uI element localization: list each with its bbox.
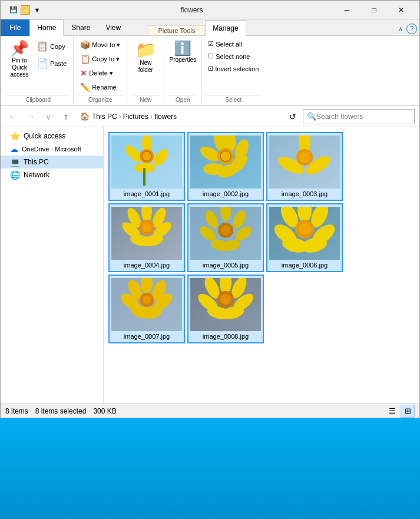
thumb-4 — [111, 207, 182, 260]
tab-share[interactable]: Share — [64, 19, 98, 36]
thumb-2 — [190, 135, 261, 189]
properties-label: Properties — [170, 57, 197, 63]
new-folder-icon: 📁 — [135, 40, 156, 59]
picture-tools-header: Picture Tools — [148, 25, 205, 35]
sidebar-label-quick-access: Quick access — [24, 132, 65, 140]
thumb-8 — [190, 278, 261, 331]
file-item-7[interactable]: image_0007.jpg — [108, 275, 185, 343]
rename-label: Rename — [92, 84, 117, 91]
select-group: ☑ Select all ☐ Select none ⊡ Invert sele… — [201, 37, 265, 104]
ribbon-collapse-btn[interactable]: ∧ — [396, 24, 405, 34]
invert-selection-button[interactable]: ⊡ Invert selection — [205, 63, 262, 74]
refresh-button[interactable]: ↺ — [285, 109, 300, 124]
address-bar[interactable]: 🏠 This PC › Pictures › flowers — [76, 109, 283, 124]
paste-label: Paste — [50, 60, 67, 67]
breadcrumb-sep-2: › — [150, 113, 153, 121]
file-name-5: image_0005.jpg — [203, 262, 249, 269]
select-all-button[interactable]: ☑ Select all — [205, 38, 245, 49]
tab-view[interactable]: View — [98, 19, 128, 36]
new-folder-button[interactable]: 📁 Newfolder — [131, 38, 160, 75]
sidebar-item-quick-access[interactable]: ⭐ Quick access — [1, 130, 103, 143]
file-item-6[interactable]: image_0006.jpg — [266, 203, 343, 272]
file-name-2: image_0002.jpg — [203, 190, 249, 197]
qat-dropdown[interactable]: ▼ — [31, 4, 43, 16]
this-pc-icon: 💻 — [10, 157, 20, 167]
move-to-button[interactable]: 📦 Move to ▾ — [77, 38, 123, 51]
file-name-6: image_0006.jpg — [282, 262, 328, 269]
selected-count: 8 items selected — [35, 407, 87, 415]
move-to-arrow: ▾ — [117, 41, 120, 49]
delete-label: Delete — [89, 70, 108, 77]
help-btn[interactable]: ? — [406, 24, 417, 34]
back-button[interactable]: ← — [5, 109, 21, 124]
select-all-label: Select all — [216, 41, 242, 48]
file-item-8[interactable]: image_0008.jpg — [187, 275, 264, 343]
select-group-label: Select — [205, 95, 262, 103]
delete-button[interactable]: ✕ Delete ▾ — [77, 67, 116, 80]
file-item-3[interactable]: image_0003.jpg — [266, 132, 343, 201]
properties-icon: ℹ️ — [174, 40, 191, 57]
pin-label: Pin to Quick access — [9, 57, 29, 78]
breadcrumb-home-icon: 🏠 — [80, 112, 90, 121]
tab-file[interactable]: File — [1, 19, 29, 36]
file-name-4: image_0004.jpg — [124, 262, 170, 269]
sidebar-item-onedrive[interactable]: ☁ OneDrive - Microsoft — [1, 143, 103, 156]
close-button[interactable]: ✕ — [388, 1, 415, 19]
rename-icon: ✏️ — [80, 82, 90, 92]
clipboard-label: Clipboard — [6, 95, 70, 103]
folder-icon: 📁 — [21, 5, 30, 15]
invert-icon: ⊡ — [208, 65, 213, 72]
item-count: 8 items — [5, 407, 28, 415]
sidebar-label-network: Network — [24, 171, 49, 179]
nav-bar: ← → ∨ ↑ 🏠 This PC › Pictures › flowers ↺… — [1, 106, 419, 127]
file-area: image_0001.jpg — [104, 127, 419, 404]
svg-point-60 — [299, 223, 310, 235]
invert-label: Invert selection — [215, 65, 259, 72]
tab-home[interactable]: Home — [29, 19, 64, 36]
window-title: flowers — [50, 6, 333, 14]
pin-to-quick-access-button[interactable]: 📌 Pin to Quick access — [6, 38, 32, 80]
sidebar-item-network[interactable]: 🌐 Network — [1, 168, 103, 181]
file-item-1[interactable]: image_0001.jpg — [108, 132, 185, 201]
thumb-6 — [269, 207, 340, 260]
sidebar-item-this-pc[interactable]: 💻 This PC — [1, 156, 103, 168]
file-item-4[interactable]: image_0004.jpg — [108, 203, 185, 272]
pin-icon: 📌 — [10, 40, 29, 57]
file-item-2[interactable]: image_0002.jpg — [187, 132, 264, 201]
sidebar-label-onedrive: OneDrive - Microsoft — [22, 146, 81, 153]
up-button[interactable]: ↑ — [58, 109, 74, 124]
svg-point-10 — [142, 151, 151, 161]
recent-locations-button[interactable]: ∨ — [41, 109, 56, 124]
paste-button[interactable]: 📄 Paste — [34, 55, 70, 71]
organize-label: Organize — [77, 95, 123, 103]
network-icon: 🌐 — [10, 170, 20, 180]
search-input[interactable] — [316, 113, 411, 121]
file-item-5[interactable]: image_0005.jpg — [187, 203, 264, 272]
details-view-button[interactable]: ☰ — [385, 405, 399, 418]
maximize-button[interactable]: □ — [361, 1, 388, 19]
delete-arrow: ▾ — [110, 70, 113, 77]
thumb-7 — [111, 278, 182, 331]
new-group: 📁 Newfolder New — [127, 37, 164, 104]
copy-button[interactable]: 📋 Copy — [34, 38, 70, 54]
properties-button[interactable]: ℹ️ Properties — [168, 38, 197, 65]
svg-point-30 — [299, 152, 310, 163]
copy-to-button[interactable]: 📋 Copy to ▾ — [77, 52, 123, 65]
search-box[interactable]: 🔍 — [303, 109, 415, 124]
large-icons-view-button[interactable]: ⊞ — [401, 405, 415, 418]
title-bar: 💾 📁 ▼ flowers ─ □ ✕ — [1, 1, 419, 19]
minimize-button[interactable]: ─ — [333, 1, 361, 19]
status-info: 8 items 8 items selected 300 KB — [5, 407, 117, 415]
svg-point-7 — [138, 163, 155, 173]
tab-manage[interactable]: Manage — [205, 20, 246, 36]
qat-save[interactable]: 💾 — [8, 4, 19, 16]
rename-button[interactable]: ✏️ Rename — [77, 81, 120, 94]
onedrive-icon: ☁ — [10, 144, 18, 154]
quick-access-toolbar: 💾 📁 ▼ — [5, 4, 45, 16]
svg-point-80 — [220, 294, 231, 305]
selected-size: 300 KB — [93, 407, 116, 415]
select-none-button[interactable]: ☐ Select none — [205, 51, 253, 62]
thumb-5 — [190, 207, 261, 260]
quick-access-icon: ⭐ — [10, 131, 20, 141]
forward-button[interactable]: → — [23, 109, 38, 124]
